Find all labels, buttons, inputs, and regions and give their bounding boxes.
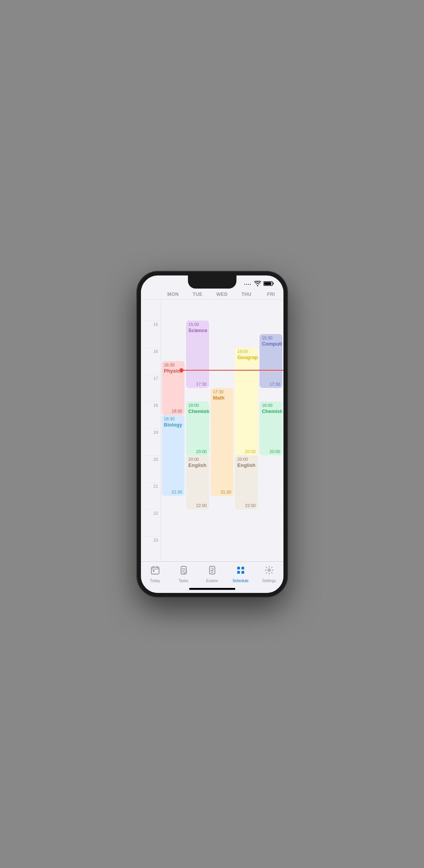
- day-col-wed-14: [210, 300, 235, 321]
- day-header-fri: FRI: [259, 289, 283, 299]
- tab-tasks[interactable]: Tasks: [172, 566, 195, 583]
- time-label-21: 21: [141, 482, 161, 509]
- tasks-icon: [179, 566, 188, 577]
- svg-rect-15: [241, 567, 244, 569]
- day-col-mon-15: [161, 321, 186, 348]
- day-col-fri-22: [259, 509, 283, 536]
- today-icon: [151, 566, 160, 577]
- event-chemistry-tue[interactable]: 18:00Chemistry20:00: [186, 401, 209, 455]
- side-button-vol-up[interactable]: [137, 332, 138, 356]
- day-col-mon-14: [161, 300, 186, 321]
- tab-today-label: Today: [150, 579, 160, 583]
- svg-rect-6: [153, 570, 154, 572]
- settings-icon: [265, 566, 274, 577]
- day-col-fri-20: [259, 455, 283, 482]
- event-math[interactable]: 17:30Math21:30: [211, 388, 234, 496]
- tab-tasks-label: Tasks: [179, 579, 189, 583]
- day-col-thu-22: [234, 509, 259, 536]
- day-col-mon-23: [161, 536, 186, 563]
- tab-settings[interactable]: Settings: [258, 566, 281, 583]
- time-label-14: 14: [141, 300, 161, 321]
- day-header-mon: MON: [161, 289, 186, 299]
- time-label-22: 22: [141, 509, 161, 536]
- time-label-18: 18: [141, 401, 161, 428]
- phone-frame: •••• MON TUE WED THU: [137, 272, 287, 597]
- day-col-fri-21: [259, 482, 283, 509]
- wifi-icon: [254, 281, 261, 287]
- event-chemistry-fri[interactable]: 18:00Chemistry20:00: [260, 401, 283, 455]
- home-indicator: [189, 588, 235, 590]
- day-header-empty: [141, 289, 161, 299]
- time-label-16: 16: [141, 348, 161, 374]
- tab-exams[interactable]: Exams: [201, 566, 224, 583]
- time-label-20: 20: [141, 455, 161, 482]
- tab-exams-label: Exams: [206, 579, 218, 583]
- event-english-thu[interactable]: 20:00English22:00: [235, 455, 258, 509]
- day-col-wed-22: [210, 509, 235, 536]
- tab-schedule-label: Schedule: [233, 579, 249, 583]
- day-header-tue: TUE: [185, 289, 210, 299]
- day-col-wed-15: [210, 321, 235, 348]
- day-header-wed: WED: [210, 289, 235, 299]
- side-button-vol-down[interactable]: [137, 360, 138, 383]
- day-col-thu-14: [234, 300, 259, 321]
- svg-rect-17: [241, 571, 244, 574]
- event-english-tue[interactable]: 20:00English22:00: [186, 455, 209, 509]
- day-col-mon-22: [161, 509, 186, 536]
- day-col-thu-23: [234, 536, 259, 563]
- calendar-scroll[interactable]: 121314151617181920212223 15:00Science17:…: [141, 300, 283, 563]
- event-computing[interactable]: 15:30Computing17:30: [260, 334, 283, 388]
- day-col-fri-14: [259, 300, 283, 321]
- tab-today[interactable]: Today: [144, 566, 167, 583]
- day-col-fri-23: [259, 536, 283, 563]
- side-button-mute[interactable]: [137, 314, 138, 326]
- svg-rect-14: [237, 567, 240, 569]
- status-icons: ••••: [244, 281, 274, 288]
- day-col-tue-23: [185, 536, 210, 563]
- svg-rect-1: [264, 282, 271, 285]
- day-col-tue-14: [185, 300, 210, 321]
- tab-schedule[interactable]: Schedule: [229, 566, 252, 583]
- day-col-wed-23: [210, 536, 235, 563]
- day-col-tue-22: [185, 509, 210, 536]
- day-headers: MON TUE WED THU FRI: [141, 289, 283, 300]
- time-label-15: 15: [141, 321, 161, 348]
- day-col-thu-15: [234, 321, 259, 348]
- event-geography[interactable]: 16:00Geography20:00: [235, 348, 258, 455]
- time-label-23: 23: [141, 536, 161, 563]
- event-science[interactable]: 15:00Science17:30: [186, 321, 209, 388]
- event-biology[interactable]: 18:30Biology21:30: [162, 415, 185, 496]
- side-button-power[interactable]: [287, 337, 287, 368]
- day-col-wed-16: [210, 348, 235, 374]
- battery-icon: [263, 281, 274, 288]
- exams-icon: [208, 566, 217, 577]
- signal-icon: ••••: [244, 282, 251, 286]
- tab-settings-label: Settings: [262, 579, 276, 583]
- time-label-17: 17: [141, 374, 161, 401]
- time-label-19: 19: [141, 428, 161, 455]
- svg-rect-2: [151, 567, 159, 574]
- svg-rect-16: [237, 571, 240, 574]
- event-physics[interactable]: 16:30Physics18:30: [162, 361, 185, 415]
- svg-point-18: [268, 569, 270, 571]
- schedule-icon: [236, 566, 245, 577]
- day-header-thu: THU: [234, 289, 259, 299]
- notch: [188, 275, 236, 289]
